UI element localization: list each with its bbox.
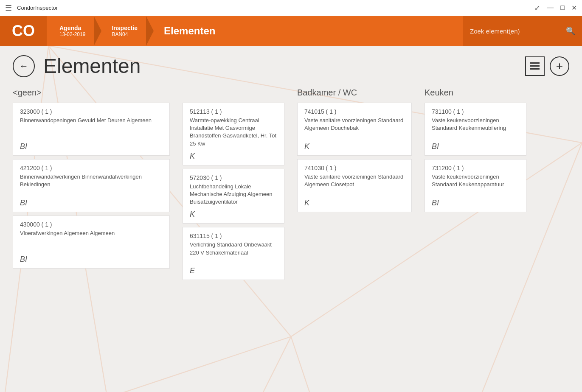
card-desc: Binnenwandafwerkingen Binnenwandafwerkin… <box>20 173 163 194</box>
search-icon[interactable]: 🔍 <box>566 26 575 36</box>
back-button[interactable]: ← <box>13 55 35 77</box>
titlebar: ☰ CondorInspector ⤢ — □ ✕ <box>0 0 582 16</box>
list-view-button[interactable] <box>525 56 545 76</box>
app-logo[interactable]: CO <box>0 16 47 46</box>
card-desc: Verlichting Standaard Onbewaakt 220 V Sc… <box>190 241 277 262</box>
card-tag: K <box>304 199 405 207</box>
card-tag: K <box>190 152 277 161</box>
card-572030[interactable]: 572030 ( 1 ) Luchtbehandeling Lokale Mec… <box>183 169 284 224</box>
breadcrumb-inspectie[interactable]: Inspectie BAN04 <box>101 16 146 46</box>
page-header-left: ← Elementen <box>13 54 141 78</box>
card-512113[interactable]: 512113 ( 1 ) Warmte-opwekking Centraal I… <box>183 103 284 165</box>
card-tag: BI <box>20 255 163 264</box>
svg-rect-12 <box>530 62 540 64</box>
card-desc: Luchtbehandeling Lokale Mechanische Afzu… <box>190 183 277 206</box>
card-tag: K <box>190 210 277 219</box>
card-631115[interactable]: 631115 ( 1 ) Verlichting Standaard Onbew… <box>183 227 284 280</box>
svg-rect-14 <box>530 68 540 70</box>
card-code: 741030 ( 1 ) <box>304 165 405 171</box>
card-desc: Vloerafwerkingen Algemeen Algemeen <box>20 230 163 251</box>
maximize-button[interactable]: □ <box>560 4 565 12</box>
card-code: 631115 ( 1 ) <box>190 232 277 239</box>
card-code: 421200 ( 1 ) <box>20 165 163 171</box>
card-741030[interactable]: 741030 ( 1 ) Vaste sanitaire voorziening… <box>297 159 412 212</box>
breadcrumb-agenda[interactable]: Agenda 13-02-2019 <box>47 16 94 46</box>
expand-icon[interactable]: ⤢ <box>534 4 540 12</box>
svg-line-2 <box>291 337 388 392</box>
card-tag: BI <box>20 142 163 151</box>
column-geen-2: 512113 ( 1 ) Warmte-opwekking Centraal I… <box>183 88 284 283</box>
minimize-button[interactable]: — <box>547 4 554 12</box>
card-code: 572030 ( 1 ) <box>190 174 277 181</box>
titlebar-menu: ☰ <box>5 3 12 13</box>
card-code: 731200 ( 1 ) <box>432 165 519 171</box>
breadcrumb-elementen[interactable]: Elementen <box>154 16 224 46</box>
card-desc: Warmte-opwekking Centraal Installatie Me… <box>190 117 277 148</box>
card-code: 741015 ( 1 ) <box>304 108 405 115</box>
titlebar-controls: ⤢ — □ ✕ <box>534 4 577 12</box>
svg-line-4 <box>146 337 291 392</box>
app-name: CondorInspector <box>17 5 534 11</box>
card-desc: Vaste sanitaire voorzieningen Standaard … <box>304 173 405 194</box>
add-button[interactable]: + <box>550 56 569 76</box>
card-desc: Binnenwandopeningen Gevuld Met Deuren Al… <box>20 117 163 138</box>
page-title: Elementen <box>43 54 141 78</box>
column-header-empty <box>183 88 284 98</box>
card-code: 731100 ( 1 ) <box>432 108 519 115</box>
card-741015[interactable]: 741015 ( 1 ) Vaste sanitaire voorziening… <box>297 103 412 156</box>
card-tag: K <box>304 142 405 151</box>
close-button[interactable]: ✕ <box>571 4 577 12</box>
card-code: 512113 ( 1 ) <box>190 108 277 115</box>
search-box: 🔍 <box>463 16 582 46</box>
search-input[interactable] <box>470 28 566 35</box>
column-keuken: Keuken 731100 ( 1 ) Vaste keukenvoorzien… <box>425 88 526 283</box>
card-tag: E <box>190 266 277 275</box>
elements-columns: <geen> 323000 ( 1 ) Binnenwandopeningen … <box>13 88 569 283</box>
svg-rect-13 <box>530 65 540 67</box>
card-430000[interactable]: 430000 ( 1 ) Vloerafwerkingen Algemeen A… <box>13 216 170 269</box>
main-content: ← Elementen + <geen> 32300 <box>0 46 582 392</box>
content-wrapper: ← Elementen + <geen> 32300 <box>13 54 569 283</box>
column-header-badkamer: Badkamer / WC <box>297 88 412 98</box>
breadcrumb: Agenda 13-02-2019 Inspectie BAN04 Elemen… <box>47 16 463 46</box>
card-desc: Vaste keukenvoorzieningen Standaard Keuk… <box>432 117 519 138</box>
navbar: CO Agenda 13-02-2019 Inspectie BAN04 Ele… <box>0 16 582 46</box>
card-desc: Vaste keukenvoorzieningen Standaard Keuk… <box>432 173 519 194</box>
card-323000[interactable]: 323000 ( 1 ) Binnenwandopeningen Gevuld … <box>13 103 170 156</box>
card-desc: Vaste sanitaire voorzieningen Standaard … <box>304 117 405 138</box>
card-tag: BI <box>432 199 519 207</box>
page-header: ← Elementen + <box>13 54 569 78</box>
menu-icon[interactable]: ☰ <box>5 3 12 13</box>
card-731100[interactable]: 731100 ( 1 ) Vaste keukenvoorzieningen S… <box>425 103 526 156</box>
card-code: 323000 ( 1 ) <box>20 108 163 115</box>
column-badkamer: Badkamer / WC 741015 ( 1 ) Vaste sanitai… <box>297 88 412 283</box>
header-actions: + <box>525 56 569 76</box>
card-tag: BI <box>20 199 163 207</box>
column-header-keuken: Keuken <box>425 88 526 98</box>
card-code: 430000 ( 1 ) <box>20 221 163 228</box>
card-731200[interactable]: 731200 ( 1 ) Vaste keukenvoorzieningen S… <box>425 159 526 212</box>
card-421200[interactable]: 421200 ( 1 ) Binnenwandafwerkingen Binne… <box>13 159 170 212</box>
svg-line-3 <box>0 337 291 392</box>
column-header-geen: <geen> <box>13 88 170 98</box>
card-tag: BI <box>432 142 519 151</box>
column-geen: <geen> 323000 ( 1 ) Binnenwandopeningen … <box>13 88 170 283</box>
